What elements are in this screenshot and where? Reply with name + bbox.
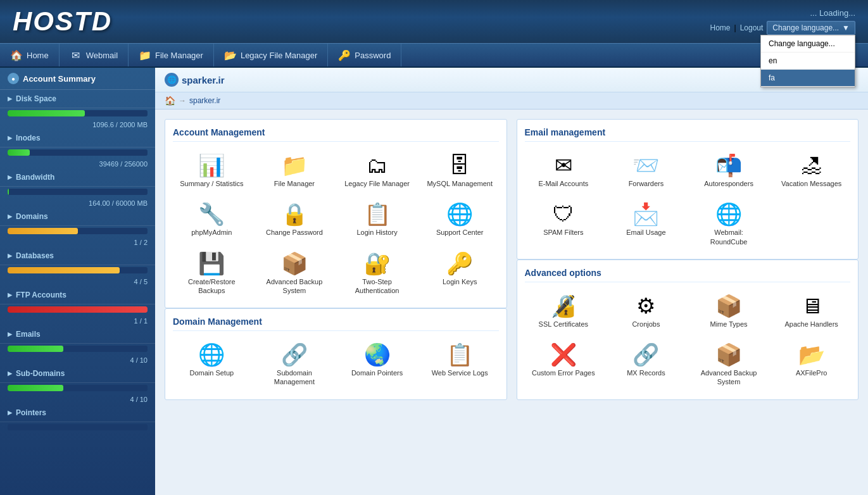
subdomain-management-icon: 🔗 (281, 344, 308, 365)
apache-handlers-item[interactable]: 🖥 Apache Handlers (772, 290, 850, 334)
triangle-icon: ▶ (8, 253, 12, 259)
subdomains-value: 4 / 10 (0, 395, 155, 404)
language-dropdown-container: Change language... ▼ Change language... … (767, 21, 855, 35)
domains-progress-container (0, 226, 155, 238)
apache-handlers-icon: 🖥 (801, 295, 822, 316)
domain-management-section: Domain Management 🌐 Domain Setup 🔗 Subdo… (165, 308, 507, 400)
legacy-file-manager-item[interactable]: 🗂 Legacy File Manager (338, 149, 416, 193)
pointers-label: Pointers (16, 408, 46, 417)
file-manager-item[interactable]: 📁 File Manager (256, 149, 334, 193)
summary-statistics-item[interactable]: 📊 Summary / Statistics (173, 149, 251, 193)
language-button-label: Change language... (772, 23, 839, 32)
advanced-backup-system-2-item[interactable]: 📦 Advanced Backup System (690, 339, 768, 392)
axfilepro-item[interactable]: 📂 AXFilePro (772, 339, 850, 392)
mime-types-icon: 📦 (715, 295, 742, 316)
sidebar-emails[interactable]: ▶ Emails 4 / 10 (0, 325, 155, 365)
bandwidth-fill (8, 189, 9, 195)
mx-records-item[interactable]: 🔗 MX Records (607, 339, 685, 392)
account-summary-label: Account Summary (23, 74, 96, 84)
sidebar: ● Account Summary ▶ Disk Space 1096.6 / … (0, 68, 155, 495)
account-summary-title[interactable]: ● Account Summary (0, 68, 155, 90)
forwarders-item[interactable]: 📨 Forwarders (607, 149, 685, 193)
home-link[interactable]: Home (710, 23, 731, 32)
vacation-messages-item[interactable]: 🏖 Vacation Messages (772, 149, 850, 193)
triangle-icon: ▶ (8, 135, 12, 141)
webmail-roundcube-icon: 🌐 (715, 203, 742, 225)
main-layout: ● Account Summary ▶ Disk Space 1096.6 / … (0, 68, 868, 495)
lang-option-default[interactable]: Change language... (761, 35, 855, 53)
lang-option-en[interactable]: en (761, 53, 855, 70)
support-center-item[interactable]: 🌐 Support Center (421, 198, 499, 242)
loading-text: ... Loading... (810, 8, 855, 18)
email-accounts-label: E-Mail Accounts (538, 179, 588, 188)
sidebar-ftp-accounts[interactable]: ▶ FTP Accounts 1 / 1 (0, 286, 155, 325)
sidebar-subdomains[interactable]: ▶ Sub-Domains 4 / 10 (0, 365, 155, 404)
domain-pointers-icon: 🌏 (364, 344, 391, 365)
email-management-grid: ✉ E-Mail Accounts 📨 Forwarders 📬 Autores… (525, 149, 851, 251)
cronjobs-label: Cronjobs (632, 320, 660, 329)
language-dropdown-button[interactable]: Change language... ▼ (767, 21, 855, 35)
change-password-item[interactable]: 🔒 Change Password (256, 198, 334, 242)
spam-filters-item[interactable]: 🛡 SPAM Filters (525, 198, 603, 251)
login-history-item[interactable]: 📋 Login History (338, 198, 416, 242)
pipe-separator: | (734, 23, 736, 32)
nav-legacy-file-manager[interactable]: 📂 Legacy File Manager (214, 44, 328, 66)
two-step-auth-icon: 🔐 (364, 253, 391, 274)
sidebar-inodes[interactable]: ▶ Inodes 39469 / 256000 (0, 129, 155, 168)
triangle-icon: ▶ (8, 410, 12, 416)
webmail-roundcube-item[interactable]: 🌐 Webmail: RoundCube (690, 198, 768, 251)
email-accounts-item[interactable]: ✉ E-Mail Accounts (525, 149, 603, 193)
nav-password-label: Password (355, 51, 391, 60)
apache-handlers-label: Apache Handlers (784, 320, 838, 329)
nav-webmail[interactable]: ✉ Webmail (60, 44, 129, 66)
web-service-logs-item[interactable]: 📋 Web Service Logs (421, 339, 499, 392)
custom-error-pages-item[interactable]: ❌ Custom Error Pages (525, 339, 603, 392)
lang-option-fa[interactable]: fa (761, 70, 855, 87)
sidebar-bandwidth[interactable]: ▶ Bandwidth 164.00 / 60000 MB (0, 168, 155, 208)
email-management-section: Email management ✉ E-Mail Accounts 📨 For… (517, 119, 859, 260)
nav-home[interactable]: 🏠 Home (0, 44, 60, 66)
vacation-messages-label: Vacation Messages (781, 179, 841, 188)
mime-types-item[interactable]: 📦 Mime Types (690, 290, 768, 334)
sidebar-domains[interactable]: ▶ Domains 1 / 2 (0, 208, 155, 247)
domain-management-title: Domain Management (173, 316, 499, 331)
autoresponders-item[interactable]: 📬 Autoresponders (690, 149, 768, 193)
nav-file-manager[interactable]: 📁 File Manager (129, 44, 214, 66)
file-manager-nav-icon: 📁 (139, 49, 151, 61)
content-area: 🌐 sparker.ir 🏠 → sparker.ir Account Mana… (155, 68, 868, 495)
mysql-management-item[interactable]: 🗄 MySQL Management (421, 149, 499, 193)
cronjobs-item[interactable]: ⚙ Cronjobs (607, 290, 685, 334)
change-password-icon: 🔒 (281, 203, 308, 225)
home-nav-icon: 🏠 (10, 49, 23, 61)
login-keys-label: Login Keys (443, 277, 477, 286)
nav-password[interactable]: 🔑 Password (328, 44, 401, 66)
domain-pointers-item[interactable]: 🌏 Domain Pointers (338, 339, 416, 392)
ssl-certificates-item[interactable]: 🔏 SSL Certificates (525, 290, 603, 334)
webmail-nav-icon: ✉ (70, 49, 82, 61)
email-usage-item[interactable]: 📩 Email Usage (607, 198, 685, 251)
sidebar-databases[interactable]: ▶ Databases 4 / 5 (0, 247, 155, 286)
databases-fill (8, 267, 120, 273)
mysql-management-icon: 🗄 (449, 154, 470, 176)
disk-space-progress-container (0, 108, 155, 120)
advanced-backup-system-item[interactable]: 📦 Advanced Backup System (256, 247, 334, 301)
account-management-section: Account Management 📊 Summary / Statistic… (165, 119, 507, 308)
sidebar-disk-space[interactable]: ▶ Disk Space 1096.6 / 2000 MB (0, 90, 155, 129)
login-keys-item[interactable]: 🔑 Login Keys (421, 247, 499, 301)
nav-home-label: Home (27, 51, 49, 60)
create-restore-backups-item[interactable]: 💾 Create/Restore Backups (173, 247, 251, 301)
sidebar-databases-header: ▶ Databases (0, 247, 155, 265)
email-management-title: Email management (525, 127, 851, 142)
axfilepro-icon: 📂 (798, 344, 825, 365)
logout-link[interactable]: Logout (740, 23, 764, 32)
sections-container: Account Management 📊 Summary / Statistic… (155, 110, 868, 410)
spam-filters-label: SPAM Filters (543, 228, 583, 237)
domain-setup-item[interactable]: 🌐 Domain Setup (173, 339, 251, 392)
two-step-auth-item[interactable]: 🔐 Two-Step Authentication (338, 247, 416, 301)
breadcrumb-link[interactable]: sparker.ir (189, 96, 220, 105)
phpmyadmin-item[interactable]: 🔧 phpMyAdmin (173, 198, 251, 242)
support-center-icon: 🌐 (446, 203, 473, 225)
password-nav-icon: 🔑 (338, 49, 351, 61)
sidebar-pointers[interactable]: ▶ Pointers (0, 404, 155, 434)
subdomain-management-item[interactable]: 🔗 Subdomain Management (256, 339, 334, 392)
